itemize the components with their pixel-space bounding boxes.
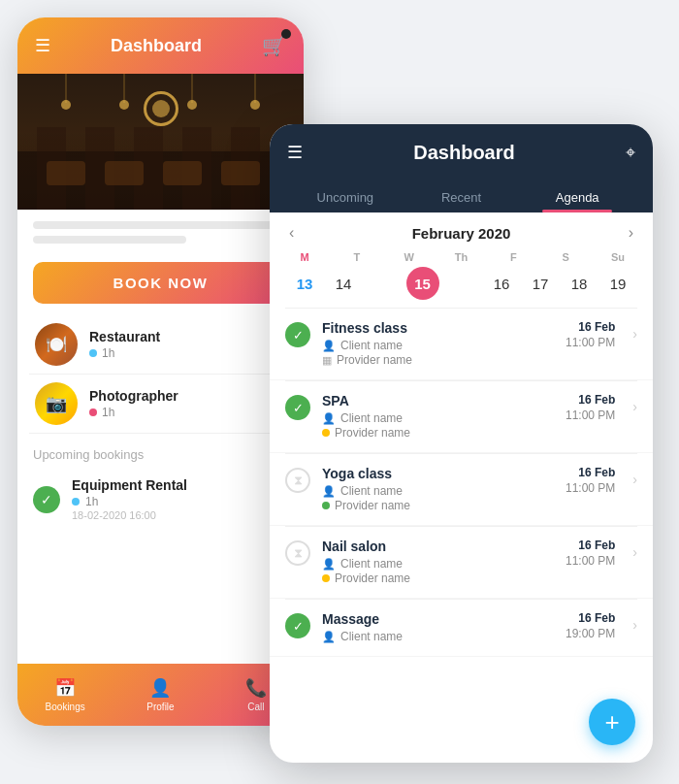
svg-rect-8	[163, 161, 202, 185]
spa-date-col: 16 Feb 11:00 PM	[566, 393, 615, 422]
bookings-nav-icon: 📅	[54, 677, 76, 699]
svg-rect-7	[105, 161, 144, 185]
cal-date-18[interactable]: 18	[560, 272, 598, 296]
fitness-date: 16 Feb	[578, 320, 615, 334]
nail-info: Nail salon 👤 Client name Provider name	[322, 539, 554, 586]
fitness-check-icon: ✓	[285, 322, 310, 347]
nail-arrow-icon: ›	[632, 544, 637, 560]
svg-point-13	[119, 100, 129, 110]
massage-check-icon: ✓	[285, 613, 310, 638]
provider-icon-fitness: ▦	[322, 354, 332, 367]
tab-agenda[interactable]: Agenda	[519, 180, 635, 212]
service-avatar-photographer: 📷	[35, 382, 78, 425]
yoga-provider-row: Provider name	[322, 499, 554, 512]
cal-date-16[interactable]: 16	[482, 272, 521, 296]
service-info-restaurant: Restaurant 1h	[89, 329, 286, 360]
agenda-item-spa[interactable]: ✓ SPA 👤 Client name Provider name 16 Feb…	[270, 381, 653, 453]
agenda-item-yoga[interactable]: ⧗ Yoga class 👤 Client name Provider name…	[270, 454, 653, 526]
nail-provider-name: Provider name	[335, 572, 410, 585]
nav-item-bookings[interactable]: 📅 Bookings	[17, 677, 113, 712]
service-name-restaurant: Restaurant	[89, 329, 286, 344]
service-duration-restaurant: 1h	[102, 346, 114, 360]
day-label-w: W	[390, 251, 429, 263]
restaurant-avatar-img: 🍽️	[35, 323, 78, 366]
hero-image	[17, 74, 304, 210]
cal-date-14[interactable]: 14	[324, 272, 363, 296]
agenda-item-massage[interactable]: ✓ Massage 👤 Client name 16 Feb 19:00 PM …	[270, 600, 653, 657]
book-now-button[interactable]: BOOK NOW	[33, 262, 288, 304]
left-header-title: Dashboard	[111, 36, 202, 56]
service-dot-row-photographer: 1h	[89, 406, 286, 419]
line-2	[33, 236, 186, 244]
agenda-item-fitness[interactable]: ✓ Fitness class 👤 Client name ▦ Provider…	[270, 309, 653, 380]
calendar-month-year: February 2020	[412, 225, 511, 242]
booking-check-icon: ✓	[33, 486, 60, 513]
agenda-scroll[interactable]: ✓ Fitness class 👤 Client name ▦ Provider…	[270, 309, 653, 726]
massage-client-name: Client name	[340, 630, 403, 643]
booking-date: 18-02-2020 16:00	[72, 509, 288, 521]
calendar-next-arrow[interactable]: ›	[625, 224, 637, 242]
nail-date: 16 Feb	[578, 539, 615, 552]
nav-item-profile[interactable]: 👤 Profile	[113, 677, 208, 712]
upcoming-label: Upcoming bookings	[17, 434, 304, 468]
agenda-item-nail[interactable]: ⧗ Nail salon 👤 Client name Provider name…	[270, 527, 653, 599]
cal-date-15-wrap[interactable]: 15	[363, 267, 482, 300]
tab-uncoming[interactable]: Uncoming	[287, 180, 404, 212]
calendar-dates-row: 13 14 15 16 17 18 19	[285, 267, 637, 300]
booking-item-equipment[interactable]: ✓ Equipment Rental 1h 18-02-2020 16:00	[17, 468, 304, 531]
fitness-provider-row: ▦ Provider name	[322, 353, 554, 367]
nail-provider-row: Provider name	[322, 572, 554, 585]
calendar-days-header: M T W Th F S Su	[285, 251, 637, 263]
spa-time: 11:00 PM	[566, 408, 615, 422]
cart-icon-wrap[interactable]: 🛒	[262, 34, 286, 57]
spa-arrow-icon: ›	[632, 399, 637, 414]
cal-date-19[interactable]: 19	[598, 272, 637, 296]
massage-client-row: 👤 Client name	[322, 630, 554, 643]
fab-add-button[interactable]: +	[589, 699, 635, 745]
spa-client-name: Client name	[340, 411, 403, 425]
day-label-th: Th	[441, 251, 480, 263]
call-nav-label: Call	[247, 702, 264, 712]
yoga-provider-name: Provider name	[335, 499, 410, 512]
service-duration-photographer: 1h	[102, 406, 114, 419]
service-item-restaurant[interactable]: 🍽️ Restaurant 1h	[29, 315, 292, 375]
cal-date-15[interactable]: 15	[406, 267, 439, 300]
person-icon-fitness: 👤	[322, 340, 336, 352]
yoga-provider-dot	[322, 502, 330, 509]
filter-icon[interactable]: ⌖	[626, 143, 635, 163]
right-header-title: Dashboard	[413, 142, 514, 164]
nail-check-icon: ⧗	[285, 540, 310, 566]
service-avatar-restaurant: 🍽️	[35, 323, 78, 366]
day-label-f: F	[494, 251, 533, 263]
service-item-photographer[interactable]: 📷 Photographer 1h	[29, 375, 292, 434]
cal-date-13[interactable]: 13	[285, 272, 324, 296]
calendar-prev-arrow[interactable]: ‹	[285, 224, 298, 242]
fitness-date-col: 16 Feb 11:00 PM	[566, 320, 615, 349]
nail-time: 11:00 PM	[566, 554, 615, 568]
profile-nav-icon: 👤	[149, 677, 171, 699]
nail-client-name: Client name	[340, 557, 403, 571]
right-header: ☰ Dashboard ⌖	[270, 124, 653, 180]
fitness-time: 11:00 PM	[566, 336, 615, 349]
hamburger-icon[interactable]: ☰	[35, 35, 50, 56]
service-list: 🍽️ Restaurant 1h 📷 Photographer 1h	[17, 315, 304, 434]
yoga-check-icon: ⧗	[285, 468, 310, 493]
person-icon-nail: 👤	[322, 558, 336, 571]
booking-dot	[72, 498, 80, 506]
fitness-client-name: Client name	[340, 339, 403, 352]
tab-recent[interactable]: Recent	[404, 180, 520, 212]
service-info-photographer: Photographer 1h	[89, 388, 286, 419]
person-icon-yoga: 👤	[322, 485, 336, 498]
nail-title: Nail salon	[322, 539, 554, 554]
yoga-date: 16 Feb	[578, 466, 615, 479]
calendar-nav: ‹ February 2020 ›	[285, 224, 637, 242]
cal-date-17[interactable]: 17	[521, 272, 560, 296]
massage-date-col: 16 Feb 19:00 PM	[566, 611, 615, 640]
left-bottom-nav: 📅 Bookings 👤 Profile 📞 Call	[17, 664, 304, 726]
spa-client-row: 👤 Client name	[322, 411, 554, 425]
yoga-info: Yoga class 👤 Client name Provider name	[322, 466, 554, 513]
right-hamburger-icon[interactable]: ☰	[287, 142, 303, 163]
spa-provider-dot	[322, 429, 330, 437]
massage-title: Massage	[322, 611, 554, 627]
massage-date: 16 Feb	[578, 611, 615, 625]
